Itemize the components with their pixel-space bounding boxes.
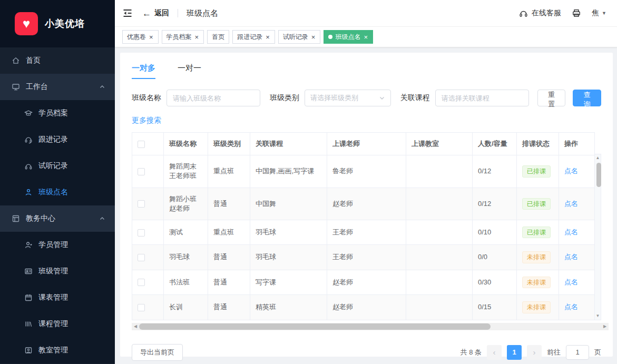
roll-call-link[interactable]: 点名 bbox=[564, 200, 578, 208]
sidebar-group-academic-center[interactable]: 教务中心 bbox=[0, 205, 115, 232]
tab-one-to-one[interactable]: 一对一 bbox=[178, 63, 201, 79]
class-name-input[interactable] bbox=[167, 90, 260, 106]
content-area: 一对多 一对一 班级名称 班级类别 请选择班级类别 关联课程 重置 查询 bbox=[115, 47, 617, 364]
sidebar-item-student-manage[interactable]: 学员管理 bbox=[0, 232, 115, 258]
classroom-manage-icon bbox=[24, 346, 33, 355]
roll-call-link[interactable]: 点名 bbox=[564, 278, 578, 286]
sidebar-item-timetable-manage[interactable]: 课表管理 bbox=[0, 284, 115, 311]
sidebar-item-class-manage[interactable]: 班级管理 bbox=[0, 258, 115, 284]
class-type-cell: 普通 bbox=[208, 188, 250, 220]
prev-page-button[interactable]: ‹ bbox=[487, 345, 502, 360]
export-page-button[interactable]: 导出当前页 bbox=[132, 344, 183, 361]
status-badge: 已排课 bbox=[522, 227, 551, 238]
scroll-left-icon[interactable]: ◀ bbox=[132, 324, 139, 329]
course-cell: 羽毛球 bbox=[250, 245, 327, 270]
capacity-cell: 0/12 bbox=[473, 188, 517, 220]
topbar: ← 返回 班级点名 在线客服 焦 ▼ bbox=[115, 0, 617, 26]
scroll-right-icon[interactable]: ▶ bbox=[601, 324, 609, 329]
class-type-cell: 普通 bbox=[208, 295, 250, 320]
class-type-cell: 重点班 bbox=[208, 220, 250, 244]
room-cell bbox=[406, 270, 473, 294]
sidebar-group-workbench[interactable]: 工作台 bbox=[0, 74, 115, 100]
printer-icon[interactable] bbox=[572, 8, 581, 18]
status-badge: 未排课 bbox=[522, 301, 551, 313]
horizontal-scroll-thumb[interactable] bbox=[139, 323, 491, 330]
tag-home[interactable]: 首页 bbox=[207, 30, 229, 44]
course-cell: 写字课 bbox=[250, 270, 327, 294]
scroll-down-icon[interactable]: ▼ bbox=[595, 313, 601, 319]
reset-button[interactable]: 重置 bbox=[537, 90, 566, 106]
app-logo: ♥ 小美优培 bbox=[0, 0, 115, 47]
roll-call-link[interactable]: 点名 bbox=[564, 303, 578, 311]
horizontal-scroll-track[interactable] bbox=[139, 323, 601, 330]
sidebar-item-follow-up[interactable]: 跟进记录 bbox=[0, 126, 115, 153]
roll-call-link[interactable]: 点名 bbox=[564, 167, 578, 175]
close-icon[interactable]: × bbox=[363, 34, 368, 41]
goto-page-input[interactable] bbox=[566, 345, 589, 360]
roll-call-link[interactable]: 点名 bbox=[564, 253, 578, 261]
more-search-link[interactable]: 更多搜索 bbox=[132, 116, 161, 125]
scroll-up-icon[interactable]: ▲ bbox=[595, 155, 601, 161]
customer-service-button[interactable]: 在线客服 bbox=[519, 8, 561, 18]
sidebar-item-home[interactable]: 首页 bbox=[0, 47, 115, 74]
sidebar-item-label: 课表管理 bbox=[38, 293, 68, 302]
vertical-scrollbar[interactable]: ▲ ▼ bbox=[595, 154, 601, 320]
tag-follow-up[interactable]: 跟进记录 × bbox=[232, 30, 275, 44]
tags-view-bar: 优惠卷 × 学员档案 × 首页 跟进记录 × 试听记录 × 班级点名 × bbox=[115, 26, 617, 47]
collapse-sidebar-icon[interactable] bbox=[122, 8, 133, 18]
close-icon[interactable]: × bbox=[194, 34, 200, 41]
close-icon[interactable]: × bbox=[149, 34, 154, 41]
sidebar-item-label: 学员档案 bbox=[38, 109, 68, 118]
next-page-button[interactable]: › bbox=[527, 345, 542, 360]
tab-one-to-many[interactable]: 一对多 bbox=[132, 63, 155, 79]
tag-student-archive[interactable]: 学员档案 × bbox=[162, 30, 204, 44]
col-capacity: 人数/容量 bbox=[473, 133, 517, 155]
teacher-cell: 赵老师 bbox=[327, 188, 406, 220]
pagination: 共 8 条 ‹ 1 › 前往 页 bbox=[461, 345, 601, 360]
home-icon bbox=[12, 56, 20, 65]
class-type-cell: 普通 bbox=[208, 245, 250, 270]
capacity-cell: 0/30 bbox=[473, 270, 517, 294]
tag-coupon[interactable]: 优惠卷 × bbox=[122, 30, 159, 44]
room-cell bbox=[406, 220, 473, 244]
class-table: 班级名称 班级类别 关联课程 上课老师 上课教室 人数/容量 排课状态 操作 bbox=[132, 132, 601, 320]
sidebar-item-label: 首页 bbox=[26, 56, 41, 65]
app-name: 小美优培 bbox=[45, 17, 85, 30]
sidebar-item-classroom-manage[interactable]: 教室管理 bbox=[0, 337, 115, 363]
tag-audition[interactable]: 试听记录 × bbox=[278, 30, 321, 44]
row-checkbox[interactable] bbox=[138, 229, 145, 237]
user-name: 焦 bbox=[592, 8, 599, 18]
teacher-cell: 赵老师 bbox=[327, 270, 406, 294]
back-button[interactable]: ← 返回 bbox=[142, 8, 169, 18]
student-manage-icon bbox=[24, 241, 33, 249]
tag-roll-call-active[interactable]: 班级点名 × bbox=[324, 30, 373, 44]
class-type-select[interactable]: 请选择班级类别 bbox=[305, 90, 391, 106]
row-checkbox[interactable] bbox=[138, 200, 145, 208]
close-icon[interactable]: × bbox=[311, 34, 316, 41]
sidebar-item-course-manage[interactable]: 课程管理 bbox=[0, 311, 115, 337]
current-page-button[interactable]: 1 bbox=[507, 345, 522, 360]
vertical-scroll-thumb[interactable] bbox=[596, 163, 601, 187]
user-menu[interactable]: 焦 ▼ bbox=[592, 8, 606, 18]
roll-call-link[interactable]: 点名 bbox=[564, 228, 578, 236]
close-icon[interactable]: × bbox=[265, 34, 270, 41]
topbar-divider bbox=[178, 9, 178, 17]
class-name-label: 班级名称 bbox=[132, 93, 161, 103]
search-button[interactable]: 查询 bbox=[573, 90, 601, 106]
horizontal-scrollbar[interactable]: ◀ ▶ bbox=[132, 323, 609, 330]
select-all-checkbox[interactable] bbox=[138, 141, 145, 148]
table-row: 长训 普通 精英班 赵老师 0/15 未排课 点名 bbox=[132, 295, 595, 320]
teacher-cell: 鲁老师 bbox=[327, 155, 406, 188]
roll-call-panel: 一对多 一对一 班级名称 班级类别 请选择班级类别 关联课程 重置 查询 bbox=[120, 53, 613, 357]
course-input[interactable] bbox=[435, 90, 529, 106]
student-archive-icon bbox=[24, 109, 33, 117]
sidebar-item-roll-call[interactable]: 班级点名 bbox=[0, 179, 115, 205]
row-checkbox[interactable] bbox=[138, 279, 145, 286]
table-row: 书法班 普通 写字课 赵老师 0/30 未排课 点名 bbox=[132, 270, 595, 294]
sidebar-item-audition[interactable]: 试听记录 bbox=[0, 153, 115, 179]
row-checkbox[interactable] bbox=[138, 168, 145, 175]
teacher-cell: 王老师 bbox=[327, 220, 406, 244]
row-checkbox[interactable] bbox=[138, 304, 145, 311]
sidebar-item-student-archive[interactable]: 学员档案 bbox=[0, 100, 115, 126]
row-checkbox[interactable] bbox=[138, 254, 145, 261]
